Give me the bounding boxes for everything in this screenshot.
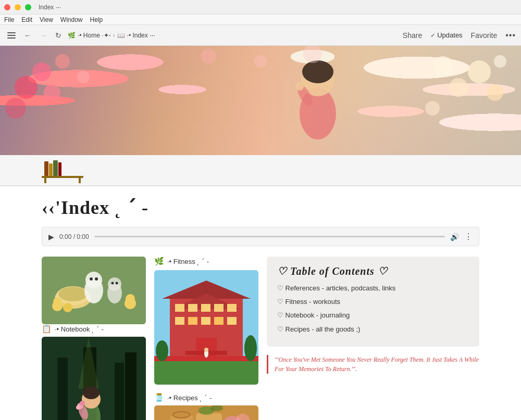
menu-view[interactable]: View <box>40 16 53 23</box>
toc-item-fitness[interactable]: ♡ Fitness - workouts <box>277 297 469 307</box>
svg-point-81 <box>204 348 208 352</box>
fitness-header: 🌿 ·• Fitness ˛ ˊ - <box>154 257 258 266</box>
favorite-button[interactable]: Favorite <box>469 29 500 42</box>
breadcrumb-separator: › <box>113 32 115 39</box>
recipes-title[interactable]: ·• Recipes ˛ ˊ - <box>167 394 212 402</box>
recipes-header: 🫙 ·• Recipes ˛ ˊ - <box>154 393 258 402</box>
fitness-section: 🌿 ·• Fitness ˛ ˊ - <box>154 257 258 385</box>
toc-item-notebook[interactable]: ♡ Notebook - journaling <box>277 311 469 320</box>
fitness-icon: 🌿 <box>154 257 164 266</box>
toc-item-references[interactable]: ♡ References - articles, podcasts, links <box>277 284 469 293</box>
hero-character-svg <box>271 51 365 150</box>
breadcrumb-emoji-index: 📖 <box>117 32 125 39</box>
breadcrumb: 🌿 ·• Home ·✦- › 📖 ·• Index ·-· <box>68 32 396 39</box>
breadcrumb-home[interactable]: ·• Home ·✦- <box>78 32 111 39</box>
menu-file[interactable]: File <box>4 16 14 23</box>
menu-help[interactable]: Help <box>90 16 103 23</box>
quote-text: "'Once You've Met Someone You Never Real… <box>275 355 479 374</box>
svg-point-55 <box>83 387 100 399</box>
page-title: ‹‹'Index ˛ ˊ - <box>42 197 479 219</box>
svg-rect-26 <box>58 162 61 176</box>
svg-rect-48 <box>57 358 68 420</box>
titlebar-controls <box>4 4 31 10</box>
svg-rect-1 <box>7 35 16 36</box>
audio-player: ▶ 0:00 / 0:00 🔊 ⋮ <box>42 227 479 246</box>
svg-rect-0 <box>7 32 16 33</box>
menubar: File Edit View Window Help <box>0 15 521 25</box>
left-column: 📋 ·• Notebook ˛ ˊ - <box>42 257 146 420</box>
play-button[interactable]: ▶ <box>48 233 54 241</box>
quote-block: "'Once You've Met Someone You Never Real… <box>267 355 479 374</box>
svg-rect-68 <box>227 304 237 312</box>
svg-rect-65 <box>188 304 197 312</box>
toc-box: ♡ Table of Contents ♡ ♡ References - art… <box>267 257 479 347</box>
notebook-card: 📋 ·• Notebook ˛ ˊ - <box>42 324 146 420</box>
fitness-title[interactable]: ·• Fitness ˛ ˊ - <box>167 258 209 265</box>
toc-item-recipes[interactable]: ♡ Recipes - all the goods ;) <box>277 325 469 334</box>
forward-button[interactable]: → <box>38 29 49 42</box>
share-button[interactable]: Share <box>401 29 424 42</box>
svg-rect-77 <box>154 361 258 385</box>
forest-svg <box>42 337 146 420</box>
recipes-svg <box>154 405 258 420</box>
svg-rect-2 <box>7 37 16 39</box>
svg-rect-67 <box>214 304 224 312</box>
bathhouse-svg <box>154 270 258 385</box>
right-column: ♡ Table of Contents ♡ ♡ References - art… <box>267 257 479 420</box>
svg-point-58 <box>80 401 85 406</box>
svg-point-59 <box>76 405 80 410</box>
updates-section: ✓ Updates <box>430 31 462 39</box>
close-button[interactable] <box>4 4 10 10</box>
navbar: ← → ↻ 🌿 ·• Home ·✦- › 📖 ·• Index ·-· Sha… <box>0 25 521 46</box>
toc-title: ♡ Table of Contents ♡ <box>277 265 469 277</box>
shelf-area <box>0 155 521 186</box>
svg-rect-24 <box>49 163 53 176</box>
svg-point-33 <box>58 287 88 301</box>
svg-rect-27 <box>42 176 83 178</box>
content-columns: 📋 ·• Notebook ˛ ˊ - <box>42 257 479 420</box>
svg-point-78 <box>156 340 168 361</box>
sidebar-toggle-button[interactable] <box>5 30 18 41</box>
more-button[interactable]: ••• <box>505 31 516 40</box>
recipes-image <box>154 405 258 420</box>
notebook-header: 📋 ·• Notebook ˛ ˊ - <box>42 324 146 334</box>
back-button[interactable]: ← <box>22 29 33 42</box>
audio-time: 0:00 / 0:00 <box>59 233 89 240</box>
sidebar-icon <box>7 32 16 39</box>
menu-edit[interactable]: Edit <box>21 16 32 23</box>
audio-more-button[interactable]: ⋮ <box>464 232 473 241</box>
svg-rect-28 <box>44 178 46 183</box>
spirits-svg <box>42 257 146 324</box>
volume-button[interactable]: 🔊 <box>450 233 459 241</box>
maximize-button[interactable] <box>25 4 31 10</box>
menu-window[interactable]: Window <box>60 16 83 23</box>
updates-label[interactable]: Updates <box>437 31 462 39</box>
titlebar-left: Index ·-· <box>4 4 61 11</box>
svg-rect-70 <box>188 317 197 325</box>
middle-column: 🌿 ·• Fitness ˛ ˊ - <box>154 257 258 420</box>
svg-rect-71 <box>201 317 210 325</box>
svg-point-40 <box>111 282 114 285</box>
breadcrumb-index[interactable]: ·• Index ·-· <box>127 32 155 39</box>
svg-point-38 <box>90 277 93 281</box>
recipes-card: 🫙 ·• Recipes ˛ ˊ - <box>154 393 258 420</box>
minimize-button[interactable] <box>15 4 21 10</box>
bathhouse-image <box>154 270 258 385</box>
window-title: Index ·-· <box>39 4 61 11</box>
notebook-title[interactable]: ·• Notebook ˛ ˊ - <box>55 325 104 333</box>
svg-rect-66 <box>201 304 210 312</box>
titlebar: Index ·-· <box>0 0 521 15</box>
svg-point-41 <box>116 282 118 285</box>
svg-point-5 <box>302 60 333 83</box>
svg-rect-73 <box>227 317 237 325</box>
svg-point-79 <box>244 335 257 361</box>
bookshelf-svg <box>42 156 94 185</box>
breadcrumb-emoji-home: 🌿 <box>68 32 76 39</box>
notebook-card-image <box>42 337 146 420</box>
audio-progress-bar[interactable] <box>94 236 445 237</box>
check-icon: ✓ <box>430 32 436 39</box>
svg-point-37 <box>108 277 121 291</box>
svg-point-43 <box>53 298 61 306</box>
refresh-button[interactable]: ↻ <box>53 29 64 42</box>
fitness-card-image <box>154 270 258 385</box>
